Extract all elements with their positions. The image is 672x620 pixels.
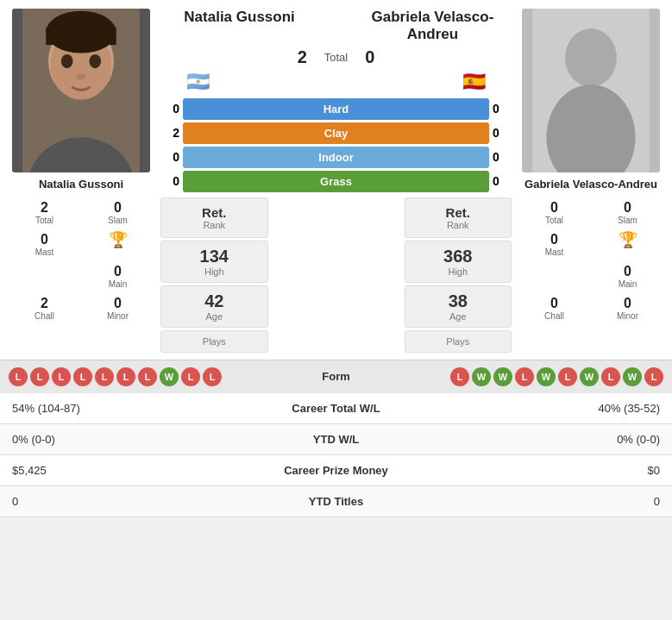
left-rank-box: Ret. Rank — [160, 197, 268, 238]
left-trophy-icon: 🏆 — [84, 232, 152, 247]
right-name-center: Gabriela Velasco-Andreu — [354, 9, 512, 44]
right-main-label: Main — [593, 279, 662, 289]
right-age-val: 38 — [409, 291, 508, 311]
center-stat-spacer — [272, 197, 401, 353]
stats-left-2: $5,425 — [0, 454, 236, 485]
right-name-center-text: Gabriela Velasco-Andreu — [372, 9, 494, 42]
stats-row-0: 54% (104-87) Career Total W/L 40% (35-52… — [0, 393, 672, 424]
stats-label-2: Career Prize Money — [236, 454, 437, 485]
surface-row-clay: 2 Clay 0 — [160, 122, 512, 144]
right-mast-label: Mast — [520, 247, 588, 257]
right-player-stats: 0 Total 0 Slam 0 Mast 🏆 0 Main — [518, 197, 663, 323]
stats-right-1: 0% (0-0) — [436, 423, 672, 454]
left-plays-box: Plays — [160, 330, 268, 353]
right-score: 0 — [365, 47, 374, 67]
form-left-badge-8: L — [181, 367, 200, 386]
left-trophy-placeholder — [9, 261, 80, 291]
left-rank-lbl: Rank — [165, 220, 264, 230]
surface-btn-indoor[interactable]: Indoor — [183, 147, 489, 168]
surface-btn-clay[interactable]: Clay — [183, 122, 489, 144]
form-right: LWWLWLWLWL — [393, 367, 664, 386]
form-left-badge-2: L — [52, 367, 71, 386]
surface-score-left-0: 0 — [160, 102, 179, 116]
surface-btn-wrap-1[interactable]: Clay — [183, 122, 489, 144]
right-plays-box: Plays — [405, 330, 512, 353]
left-main-cell: 0 Main — [82, 261, 154, 291]
stats-row-1: 0% (0-0) YTD W/L 0% (0-0) — [0, 423, 672, 454]
surface-score-right-0: 0 — [493, 102, 512, 116]
surface-btn-grass[interactable]: Grass — [183, 171, 489, 192]
form-label: Form — [285, 370, 388, 383]
svg-point-4 — [61, 54, 73, 68]
left-player-stats: 2 Total 0 Slam 0 Mast 🏆 0 — [9, 197, 154, 323]
left-chall-label: Chall — [10, 311, 79, 321]
svg-rect-8 — [46, 28, 116, 45]
total-label: Total — [324, 51, 348, 64]
right-player-image — [522, 9, 660, 172]
left-player-name: Natalia Gussoni — [39, 178, 123, 191]
surface-row-hard: 0 Hard 0 — [160, 98, 512, 120]
right-chall-cell: 0 Chall — [518, 293, 590, 323]
stats-left-1: 0% (0-0) — [0, 423, 236, 454]
form-right-badge-7: L — [601, 367, 620, 386]
svg-point-6 — [77, 73, 86, 80]
left-main-value: 0 — [84, 264, 152, 279]
right-high-val: 368 — [409, 247, 508, 266]
names-row: Natalia Gussoni Gabriela Velasco-Andreu — [160, 9, 512, 44]
right-rank-val: Ret. — [409, 205, 508, 220]
stats-row-3: 0 YTD Titles 0 — [0, 485, 672, 517]
surface-score-left-1: 2 — [160, 126, 179, 140]
right-rank-box: Ret. Rank — [405, 197, 512, 238]
form-left-badge-1: L — [30, 367, 49, 386]
right-main-value: 0 — [593, 264, 662, 279]
left-minor-label: Minor — [84, 311, 152, 321]
left-player-block: Natalia Gussoni 2 Total 0 Slam 0 Mast 🏆 — [9, 9, 154, 353]
right-main-cell: 0 Main — [592, 261, 663, 291]
left-minor-cell: 0 Minor — [82, 293, 154, 323]
form-right-badge-5: L — [558, 367, 577, 386]
stats-left-3: 0 — [0, 485, 236, 517]
right-plays-lbl: Plays — [409, 336, 508, 347]
main-container: Natalia Gussoni 2 Total 0 Slam 0 Mast 🏆 — [0, 0, 672, 517]
surface-btn-wrap-2[interactable]: Indoor — [183, 147, 489, 168]
surface-btn-wrap-0[interactable]: Hard — [183, 98, 489, 120]
form-left-badge-7: W — [160, 367, 179, 386]
right-total-cell: 0 Total — [518, 197, 590, 228]
left-total-label: Total — [10, 216, 79, 225]
left-mast-value: 0 — [10, 232, 79, 247]
surface-btn-hard[interactable]: Hard — [183, 98, 489, 120]
left-player-photo — [12, 9, 150, 172]
right-minor-label: Minor — [593, 311, 662, 321]
form-left-badge-6: L — [138, 367, 157, 386]
top-section: Natalia Gussoni 2 Total 0 Slam 0 Mast 🏆 — [0, 0, 672, 353]
left-total-value: 2 — [10, 200, 79, 216]
left-slam-label: Slam — [84, 216, 152, 225]
left-age-val: 42 — [165, 291, 264, 311]
stats-row-2: $5,425 Career Prize Money $0 — [0, 454, 672, 485]
form-left-badge-9: L — [203, 367, 222, 386]
left-age-lbl: Age — [165, 311, 264, 322]
form-right-badge-2: W — [493, 367, 512, 386]
stats-table: 54% (104-87) Career Total W/L 40% (35-52… — [0, 393, 672, 517]
left-score: 2 — [298, 47, 307, 67]
right-high-box: 368 High — [405, 241, 512, 283]
form-left: LLLLLLLWLL — [9, 367, 279, 386]
right-age-lbl: Age — [409, 311, 508, 322]
form-right-badge-9: L — [644, 367, 663, 386]
surface-score-right-3: 0 — [493, 174, 512, 188]
center-block: Natalia Gussoni Gabriela Velasco-Andreu … — [160, 9, 512, 353]
right-minor-value: 0 — [593, 296, 662, 311]
form-right-badge-1: W — [472, 367, 491, 386]
right-minor-cell: 0 Minor — [592, 293, 663, 323]
left-total-cell: 2 Total — [9, 197, 80, 228]
left-rank-val: Ret. — [165, 205, 264, 220]
surface-row-grass: 0 Grass 0 — [160, 171, 512, 192]
right-chall-value: 0 — [520, 296, 588, 311]
left-mast-label: Mast — [10, 247, 79, 257]
right-trophy-placeholder — [518, 261, 590, 291]
right-high-lbl: High — [409, 266, 508, 277]
right-chall-label: Chall — [520, 311, 588, 321]
flags-row: 🇦🇷 🇪🇸 — [160, 71, 512, 93]
surface-btn-wrap-3[interactable]: Grass — [183, 171, 489, 192]
stats-right-3: 0 — [436, 485, 672, 517]
